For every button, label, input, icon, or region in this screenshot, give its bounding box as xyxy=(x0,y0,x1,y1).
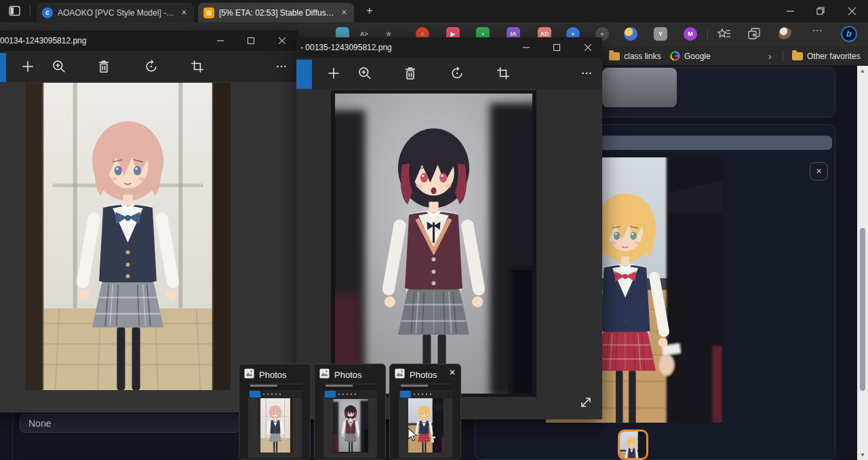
expand-image-icon[interactable] xyxy=(578,395,593,410)
photos2-more-icon[interactable] xyxy=(578,65,595,81)
google-icon xyxy=(670,51,680,61)
favorites-overflow-chevron[interactable]: › xyxy=(768,49,772,63)
sd-dropdown[interactable]: None xyxy=(20,414,239,433)
mini-command-bar xyxy=(323,390,377,398)
minimize-icon xyxy=(217,37,224,44)
tab-title: [5% ETA: 02:53] Stable Diffusion xyxy=(219,8,335,18)
preview-mini-window[interactable] xyxy=(399,383,452,458)
mini-toolbar-icon xyxy=(267,394,269,395)
photos1-delete-icon[interactable] xyxy=(96,58,112,75)
tab-close-icon[interactable]: ✕ xyxy=(180,8,189,17)
mini-titlebar xyxy=(399,385,452,390)
sd-close-gallery-button[interactable]: × xyxy=(810,162,828,180)
mini-titlebar xyxy=(323,385,377,390)
mini-toolbar-icon xyxy=(422,394,423,395)
favorites-star-icon[interactable] xyxy=(717,28,731,41)
taskbar-preview-photos-3[interactable]: Photos ✕ xyxy=(389,364,461,460)
tab-actions-icon[interactable] xyxy=(9,5,21,17)
window-minimize-button[interactable] xyxy=(775,0,805,22)
scroll-down-icon[interactable]: ▼ xyxy=(857,450,868,460)
page-scrollbar[interactable]: ▲ ▼ xyxy=(857,66,868,460)
restore-icon xyxy=(816,7,825,15)
tabbar-divider xyxy=(30,5,31,16)
bing-discover-icon[interactable]: b xyxy=(841,26,857,42)
favorite-google[interactable]: Google xyxy=(670,49,711,63)
favbar-divider xyxy=(783,50,783,62)
scroll-up-icon[interactable]: ▲ xyxy=(857,66,868,76)
photos2-zoom-icon[interactable] xyxy=(357,65,373,81)
tab-close-icon[interactable]: ✕ xyxy=(340,8,349,17)
mini-toolbar-icon xyxy=(275,394,277,395)
preview-mini-window[interactable] xyxy=(323,383,377,458)
mini-toolbar-icon xyxy=(338,394,340,395)
preview-label: Photos xyxy=(259,370,286,380)
photos1-image[interactable] xyxy=(25,83,231,390)
photos1-rotate-icon[interactable] xyxy=(143,58,159,75)
mini-toolbar-icon xyxy=(414,394,415,395)
photos2-minimize-button[interactable] xyxy=(515,37,538,58)
mouse-cursor xyxy=(406,427,420,442)
tab-civitai[interactable]: c AOAOKO [PVC Style Model] - PV ✕ xyxy=(37,3,194,22)
sd-interrupt-button[interactable] xyxy=(602,68,677,107)
ext-globe[interactable] xyxy=(624,27,637,41)
minimize-icon xyxy=(787,7,794,15)
mini-titlebar xyxy=(248,385,302,390)
folder-icon xyxy=(609,52,620,60)
photos2-rotate-icon[interactable] xyxy=(449,65,465,81)
tab-stable-diffusion[interactable]: [5% ETA: 02:53] Stable Diffusion ✕ xyxy=(198,3,354,22)
preview-label: Photos xyxy=(410,370,437,380)
minimize-icon xyxy=(523,44,530,51)
favorite-label: class links xyxy=(624,52,661,61)
maximize-icon xyxy=(553,44,560,51)
mini-toolbar-icon xyxy=(351,394,352,395)
settings-more-icon[interactable]: ⋯ xyxy=(810,24,825,43)
see-all-photos-button[interactable] xyxy=(0,53,6,82)
collections-icon[interactable] xyxy=(748,28,761,41)
preview-close-icon[interactable]: ✕ xyxy=(449,368,456,377)
preview-mini-window[interactable] xyxy=(248,383,302,458)
favorite-class-links[interactable]: class links xyxy=(609,49,661,63)
photos2-title: - 00135-1243095812.png xyxy=(296,43,392,52)
photos2-close-button[interactable] xyxy=(576,37,599,58)
window-close-button[interactable] xyxy=(837,0,867,22)
mini-see-all-photos-button xyxy=(325,391,336,398)
mini-see-all-photos-button xyxy=(250,391,260,398)
photos1-zoom-icon[interactable] xyxy=(51,58,67,75)
profile-avatar[interactable] xyxy=(778,27,792,41)
mini-toolbar-icon xyxy=(426,394,427,395)
close-icon xyxy=(848,7,856,15)
photos2-delete-icon[interactable] xyxy=(402,65,418,81)
scrollbar-thumb[interactable] xyxy=(860,228,865,391)
ext-y[interactable]: Y xyxy=(654,27,667,41)
photos2-add-icon[interactable] xyxy=(326,65,342,81)
close-icon xyxy=(585,44,591,51)
photos-app-icon xyxy=(319,368,330,381)
window-restore-button[interactable] xyxy=(806,0,835,22)
sd-selected-thumbnail[interactable] xyxy=(618,429,648,460)
mini-command-bar xyxy=(399,390,452,398)
photos1-minimize-button[interactable] xyxy=(209,31,232,51)
photos2-image[interactable] xyxy=(331,90,536,397)
photos1-maximize-button[interactable] xyxy=(239,31,262,51)
photos2-crop-icon[interactable] xyxy=(495,65,511,81)
photos2-maximize-button[interactable] xyxy=(545,37,568,58)
photos1-more-icon[interactable] xyxy=(273,58,290,75)
close-icon xyxy=(279,37,285,44)
photos1-close-button[interactable] xyxy=(271,31,294,51)
photos1-crop-icon[interactable] xyxy=(189,58,205,75)
photos1-command-bar xyxy=(0,51,298,82)
taskbar-preview-photos-1[interactable]: Photos xyxy=(239,364,311,460)
mini-toolbar-icon xyxy=(342,394,344,395)
see-all-photos-button[interactable] xyxy=(296,60,312,89)
favorite-label: Other favorites xyxy=(807,52,861,61)
ext-magenta[interactable]: M xyxy=(684,27,697,41)
favorite-label: Google xyxy=(684,52,711,61)
mini-canvas xyxy=(248,398,302,458)
civitai-favicon: c xyxy=(42,7,53,18)
taskbar-preview-photos-2[interactable]: Photos xyxy=(314,364,386,460)
new-tab-button[interactable]: + xyxy=(362,3,377,18)
tab-title: AOAOKO [PVC Style Model] - PV xyxy=(58,8,175,18)
photos1-add-icon[interactable] xyxy=(20,58,36,75)
preview-label: Photos xyxy=(334,370,361,380)
other-favorites-folder[interactable]: Other favorites xyxy=(792,49,861,63)
